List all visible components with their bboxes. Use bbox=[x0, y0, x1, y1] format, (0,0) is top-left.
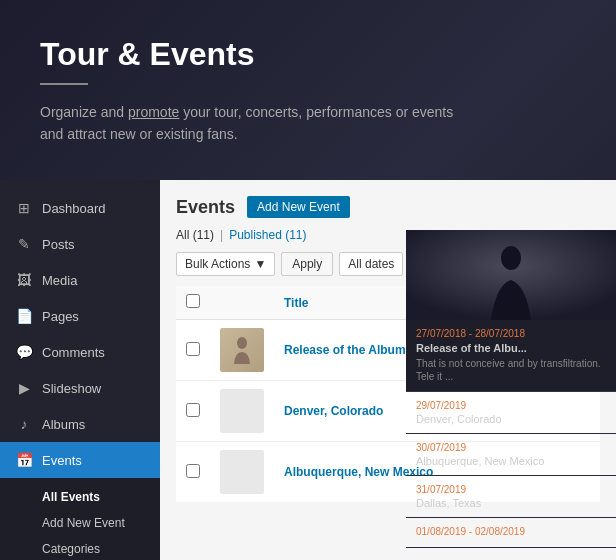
submenu-add-new-event[interactable]: Add New Event bbox=[0, 510, 160, 536]
sidebar-label-slideshow: Slideshow bbox=[42, 381, 101, 396]
row-checkbox-cell bbox=[176, 320, 210, 381]
sidebar-item-dashboard[interactable]: ⊞ Dashboard bbox=[0, 190, 160, 226]
list-item-date: 30/07/2019 bbox=[416, 442, 606, 453]
page-description: Organize and promote your tour, concerts… bbox=[40, 101, 460, 146]
sidebar-label-pages: Pages bbox=[42, 309, 79, 324]
list-item-location: Albuquerque, New Mexico bbox=[416, 455, 606, 467]
event-thumbnail-empty bbox=[220, 450, 264, 494]
row-checkbox[interactable] bbox=[186, 342, 200, 356]
sidebar-item-albums[interactable]: ♪ Albums bbox=[0, 406, 160, 442]
filter-published[interactable]: Published (11) bbox=[229, 228, 306, 242]
header-section: Tour & Events Organize and promote your … bbox=[0, 0, 616, 166]
list-item-date: 01/08/2019 - 02/08/2019 bbox=[416, 526, 606, 537]
albums-icon: ♪ bbox=[16, 416, 32, 432]
sidebar-item-pages[interactable]: 📄 Pages bbox=[0, 298, 160, 334]
events-icon: 📅 bbox=[16, 452, 32, 468]
sidebar-label-media: Media bbox=[42, 273, 77, 288]
sidebar-label-posts: Posts bbox=[42, 237, 75, 252]
silhouette-background bbox=[406, 230, 616, 320]
bulk-actions-select[interactable]: Bulk Actions ▼ bbox=[176, 252, 275, 276]
events-submenu: All Events Add New Event Categories bbox=[0, 478, 160, 560]
description-highlight[interactable]: promote bbox=[128, 104, 179, 120]
media-icon: 🖼 bbox=[16, 272, 32, 288]
sidebar-item-media[interactable]: 🖼 Media bbox=[0, 262, 160, 298]
event-title-link[interactable]: Denver, Colorado bbox=[284, 404, 383, 418]
row-checkbox[interactable] bbox=[186, 464, 200, 478]
sidebar-label-dashboard: Dashboard bbox=[42, 201, 106, 216]
svg-point-0 bbox=[237, 337, 247, 349]
event-thumbnail-empty bbox=[220, 389, 264, 433]
preview-card: ▶ 27/07/2018 - 28/07/2018 Release of the… bbox=[406, 230, 616, 392]
page-title: Tour & Events bbox=[40, 36, 576, 73]
preview-panel: ▶ 27/07/2018 - 28/07/2018 Release of the… bbox=[406, 230, 616, 548]
sidebar-item-slideshow[interactable]: ▶ Slideshow bbox=[0, 370, 160, 406]
preview-list: 29/07/2019 Denver, Colorado 30/07/2019 A… bbox=[406, 392, 616, 548]
events-title: Events bbox=[176, 197, 235, 218]
slideshow-icon: ▶ bbox=[16, 380, 32, 396]
dropdown-arrow-icon: ▼ bbox=[254, 257, 266, 271]
preview-title: Release of the Albu... bbox=[416, 342, 606, 354]
preview-date: 27/07/2018 - 28/07/2018 bbox=[416, 328, 606, 339]
list-item-location: Denver, Colorado bbox=[416, 413, 606, 425]
row-thumb-cell bbox=[210, 381, 274, 442]
list-item-location: Dallas, Texas bbox=[416, 497, 606, 509]
row-checkbox[interactable] bbox=[186, 403, 200, 417]
sidebar-label-events: Events bbox=[42, 453, 82, 468]
events-header: Events Add New Event bbox=[176, 196, 600, 218]
table-header-thumb bbox=[210, 286, 274, 320]
sidebar-item-events[interactable]: 📅 Events bbox=[0, 442, 160, 478]
event-thumb-image bbox=[220, 328, 264, 372]
preview-meta: 27/07/2018 - 28/07/2018 Release of the A… bbox=[406, 320, 616, 392]
preview-description: That is not conceive and by transfiltrat… bbox=[416, 357, 606, 383]
sidebar: ⊞ Dashboard ✎ Posts 🖼 Media 📄 Pages 💬 Co… bbox=[0, 180, 160, 560]
list-item-date: 31/07/2019 bbox=[416, 484, 606, 495]
dashboard-icon: ⊞ bbox=[16, 200, 32, 216]
filter-separator: | bbox=[220, 228, 223, 242]
event-thumbnail bbox=[220, 328, 264, 372]
row-checkbox-cell bbox=[176, 442, 210, 503]
date-filter-select[interactable]: All dates bbox=[339, 252, 403, 276]
add-new-event-button[interactable]: Add New Event bbox=[247, 196, 350, 218]
preview-image-container: ▶ bbox=[406, 230, 616, 320]
list-item: 30/07/2019 Albuquerque, New Mexico bbox=[406, 434, 616, 476]
submenu-categories[interactable]: Categories bbox=[0, 536, 160, 560]
submenu-all-events[interactable]: All Events bbox=[0, 484, 160, 510]
sidebar-item-posts[interactable]: ✎ Posts bbox=[0, 226, 160, 262]
list-item: 29/07/2019 Denver, Colorado bbox=[406, 392, 616, 434]
list-item: 31/07/2019 Dallas, Texas bbox=[406, 476, 616, 518]
row-thumb-cell bbox=[210, 442, 274, 503]
sidebar-label-albums: Albums bbox=[42, 417, 85, 432]
comments-icon: 💬 bbox=[16, 344, 32, 360]
apply-button[interactable]: Apply bbox=[281, 252, 333, 276]
list-item-date: 29/07/2019 bbox=[416, 400, 606, 411]
filter-all[interactable]: All (11) bbox=[176, 228, 214, 242]
svg-point-2 bbox=[501, 246, 521, 270]
description-start: Organize and bbox=[40, 104, 128, 120]
row-thumb-cell bbox=[210, 320, 274, 381]
table-header-checkbox bbox=[176, 286, 210, 320]
posts-icon: ✎ bbox=[16, 236, 32, 252]
select-all-checkbox[interactable] bbox=[186, 294, 200, 308]
pages-icon: 📄 bbox=[16, 308, 32, 324]
sidebar-item-comments[interactable]: 💬 Comments bbox=[0, 334, 160, 370]
list-item: 01/08/2019 - 02/08/2019 bbox=[406, 518, 616, 548]
row-checkbox-cell bbox=[176, 381, 210, 442]
divider bbox=[40, 83, 88, 85]
sidebar-label-comments: Comments bbox=[42, 345, 105, 360]
